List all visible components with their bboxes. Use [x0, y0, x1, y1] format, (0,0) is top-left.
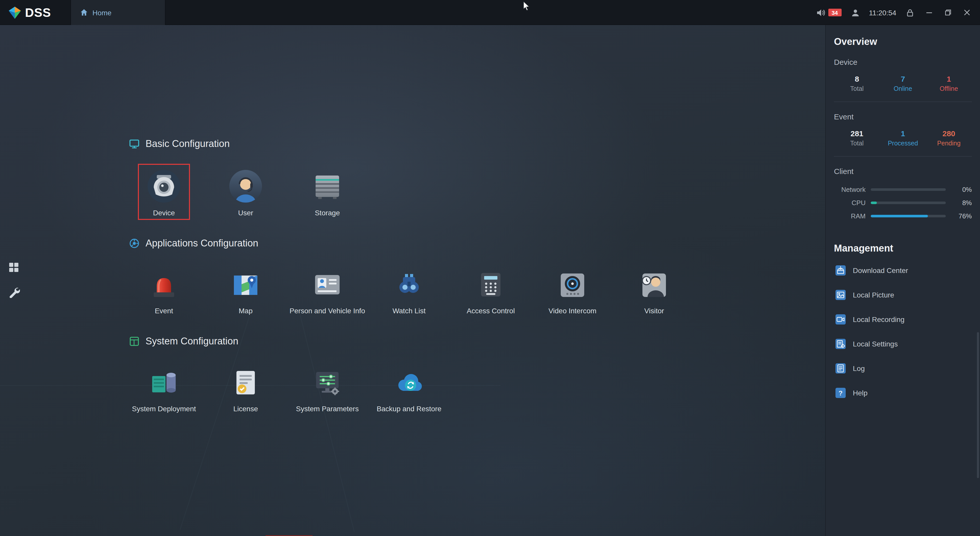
stat-value: 1: [880, 129, 926, 138]
meter-label: CPU: [834, 199, 865, 206]
tile-label: Map: [239, 307, 253, 316]
tile-license[interactable]: License: [205, 365, 286, 414]
config-wrench-icon[interactable]: [7, 285, 21, 298]
local-settings-icon: [835, 338, 846, 349]
storage-icon: [310, 169, 345, 204]
cpu-progressbar: [871, 201, 946, 204]
stat-value: 7: [880, 75, 926, 83]
svg-text:?: ?: [838, 389, 843, 397]
client-meters: Network 0% CPU 8% RAM 76%: [834, 183, 972, 222]
management-item-label: Local Picture: [853, 291, 894, 299]
local-picture-icon: [835, 289, 846, 301]
stat-value: 281: [834, 129, 880, 138]
management-item-local-settings[interactable]: Local Settings: [834, 331, 972, 356]
stat-label: Online: [880, 85, 926, 92]
section-applications-configuration: Applications Configuration: [129, 238, 258, 249]
user-tile-icon: [228, 169, 263, 204]
divider: [834, 156, 972, 157]
overview-panel: Overview Device 8 Total 7 Online 1 Offli…: [825, 25, 980, 536]
tile-label: Device: [153, 209, 175, 217]
stat-value: 1: [926, 75, 972, 83]
overview-client-heading: Client: [834, 167, 972, 176]
section-title: System Configuration: [146, 336, 238, 347]
tile-label: Video Intercom: [549, 307, 597, 316]
visitor-icon: [637, 267, 671, 301]
tile-map[interactable]: Map: [205, 267, 286, 316]
management-item-local-recording[interactable]: Local Recording: [834, 307, 972, 331]
tile-user[interactable]: User: [205, 169, 286, 217]
management-item-label: Local Settings: [853, 340, 898, 348]
stat-label: Offline: [926, 85, 972, 92]
speaker-icon[interactable]: [816, 7, 826, 17]
management-item-label: Help: [853, 389, 868, 397]
tile-device[interactable]: Device: [123, 169, 205, 217]
stat-label: Total: [834, 85, 880, 92]
tile-storage[interactable]: Storage: [286, 169, 368, 217]
tile-label: Storage: [315, 209, 340, 217]
tile-video-intercom[interactable]: Video Intercom: [531, 267, 613, 316]
management-item-download-center[interactable]: Download Center: [834, 258, 972, 283]
mouse-cursor: [523, 1, 530, 13]
device-stats: 8 Total 7 Online 1 Offline: [834, 75, 972, 92]
management-list: Download Center Local Picture: [834, 258, 972, 405]
map-gridline: [300, 314, 355, 532]
management-item-help[interactable]: ? Help: [834, 381, 972, 405]
tile-system-deployment[interactable]: System Deployment: [123, 365, 205, 414]
tab-home[interactable]: Home: [70, 0, 165, 25]
tile-backup-and-restore[interactable]: Backup and Restore: [368, 365, 450, 414]
alarm-count-badge[interactable]: 34: [828, 9, 842, 16]
alarm-area: 34: [816, 7, 842, 17]
backup-restore-icon: [392, 365, 426, 400]
sidebar-scrollbar[interactable]: [977, 332, 979, 478]
overview-device-heading: Device: [834, 58, 972, 66]
management-item-label: Log: [853, 364, 865, 373]
video-intercom-icon: [555, 267, 590, 301]
tile-event[interactable]: Event: [123, 267, 205, 316]
event-icon: [146, 267, 181, 301]
local-recording-icon: [835, 314, 846, 325]
window-controls-area: 34 11:20:54: [816, 0, 980, 25]
applications-configuration-tiles: Event Map: [123, 267, 695, 316]
lock-icon[interactable]: [905, 7, 915, 17]
system-deployment-icon: [146, 365, 181, 400]
tab-home-label: Home: [92, 8, 111, 17]
stat-label: Total: [834, 140, 880, 147]
title-bar: DSS Home 34: [0, 0, 980, 25]
stat-label: Pending: [926, 140, 972, 147]
ram-progressbar: [871, 214, 946, 217]
system-configuration-icon: [129, 336, 140, 347]
clock-text: 11:20:54: [869, 8, 896, 17]
stat-device-offline: 1 Offline: [926, 75, 972, 92]
taskbar-sliver: [266, 535, 313, 536]
minimize-button[interactable]: [924, 7, 934, 17]
stat-event-processed: 1 Processed: [880, 129, 926, 147]
tile-label: License: [233, 404, 258, 414]
stat-event-total: 281 Total: [834, 129, 880, 147]
tile-label: Backup and Restore: [377, 404, 441, 414]
applications-configuration-icon: [129, 238, 140, 249]
system-parameters-icon: [310, 365, 345, 400]
section-title: Applications Configuration: [146, 238, 258, 249]
stat-value: 280: [926, 129, 972, 138]
close-button[interactable]: [962, 7, 972, 17]
dss-window: DSS Home 34: [0, 0, 980, 536]
apps-grid-icon[interactable]: [7, 261, 21, 274]
tile-person-and-vehicle-info[interactable]: Person and Vehicle Info: [286, 267, 368, 316]
tile-visitor[interactable]: Visitor: [613, 267, 695, 316]
overview-title: Overview: [834, 25, 972, 48]
tile-label: Person and Vehicle Info: [290, 307, 365, 316]
stat-device-online: 7 Online: [880, 75, 926, 92]
tile-access-control[interactable]: Access Control: [450, 267, 531, 316]
user-icon[interactable]: [850, 7, 860, 17]
tile-watch-list[interactable]: Watch List: [368, 267, 450, 316]
tile-label: User: [238, 209, 253, 217]
management-item-log[interactable]: Log: [834, 356, 972, 381]
meter-network: Network 0%: [834, 183, 972, 196]
meter-value: 8%: [951, 199, 972, 206]
management-item-local-picture[interactable]: Local Picture: [834, 283, 972, 307]
overview-event-heading: Event: [834, 112, 972, 121]
meter-value: 76%: [951, 212, 972, 220]
restore-button[interactable]: [943, 7, 953, 17]
tile-system-parameters[interactable]: System Parameters: [286, 365, 368, 414]
network-progressbar: [871, 188, 946, 190]
